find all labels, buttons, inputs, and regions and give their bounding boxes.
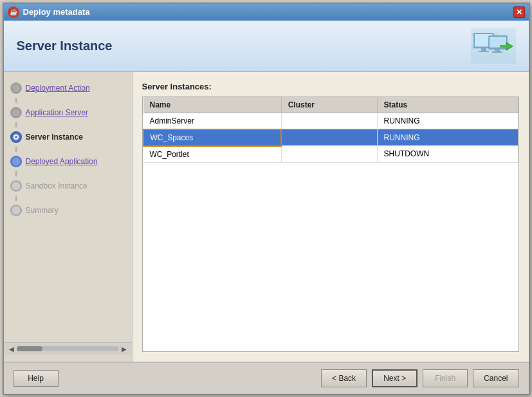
scroll-left-arrow[interactable]: ◀ bbox=[9, 346, 14, 353]
svg-point-18 bbox=[15, 136, 17, 138]
titlebar: ☕ Deploy metadata ✕ bbox=[4, 4, 529, 21]
header-panel: Server Instance 01010101010 10101010101 … bbox=[4, 21, 529, 72]
sidebar-label-sandbox-instance: Sandbox Instance bbox=[26, 181, 87, 190]
finish-button[interactable]: Finish bbox=[423, 369, 468, 387]
svg-rect-11 bbox=[492, 51, 502, 53]
svg-point-15 bbox=[12, 108, 21, 117]
cell-name: AdminServer bbox=[143, 113, 282, 129]
table-row-selected[interactable]: WC_Spaces RUNNING bbox=[143, 129, 518, 146]
sidebar-label-application-server: Application Server bbox=[26, 108, 88, 117]
sidebar-label-deployment-action: Deployment Action bbox=[26, 84, 90, 93]
sidebar-item-application-server[interactable]: Application Server bbox=[4, 103, 132, 122]
sidebar-label-summary: Summary bbox=[26, 206, 59, 215]
sidebar: Deployment Action Application Server bbox=[4, 72, 133, 362]
cell-status: SHUTDOWN bbox=[377, 146, 518, 163]
close-button[interactable]: ✕ bbox=[513, 6, 525, 18]
help-button[interactable]: Help bbox=[14, 370, 59, 387]
sidebar-label-deployed-application: Deployed Application bbox=[26, 157, 98, 166]
cell-status-selected: RUNNING bbox=[377, 129, 518, 146]
scroll-right-arrow[interactable]: ▶ bbox=[122, 346, 127, 353]
step-icon-summary bbox=[10, 205, 22, 216]
connector-2 bbox=[15, 122, 17, 127]
svg-point-20 bbox=[12, 181, 21, 190]
table-row[interactable]: AdminServer RUNNING bbox=[143, 113, 518, 129]
table-row[interactable]: WC_Portlet SHUTDOWN bbox=[143, 146, 518, 163]
col-header-name: Name bbox=[143, 97, 282, 113]
connector-1 bbox=[15, 98, 17, 103]
connector-3 bbox=[15, 147, 17, 152]
svg-rect-10 bbox=[495, 49, 500, 51]
bottom-right: < Back Next > Finish Cancel bbox=[321, 369, 518, 387]
svg-point-19 bbox=[12, 157, 21, 166]
sidebar-item-deployment-action[interactable]: Deployment Action bbox=[4, 78, 132, 98]
sidebar-item-deployed-application[interactable]: Deployed Application bbox=[4, 152, 132, 171]
main-window: ☕ Deploy metadata ✕ Server Instance 0101… bbox=[3, 3, 530, 395]
svg-rect-6 bbox=[481, 48, 486, 51]
cell-cluster bbox=[281, 146, 377, 163]
sidebar-item-summary: Summary bbox=[4, 201, 132, 220]
server-instances-table: Name Cluster Status AdminServer RUNNING … bbox=[143, 97, 518, 163]
svg-rect-7 bbox=[479, 51, 489, 52]
java-icon: ☕ bbox=[8, 6, 19, 18]
cancel-button[interactable]: Cancel bbox=[473, 369, 518, 387]
connector-4 bbox=[15, 171, 17, 176]
cell-cluster-selected bbox=[281, 129, 377, 146]
table-header-row: Name Cluster Status bbox=[143, 97, 518, 113]
titlebar-left: ☕ Deploy metadata bbox=[8, 6, 90, 18]
sidebar-scrollbar: ◀ ▶ bbox=[4, 342, 132, 355]
bottom-left: Help bbox=[14, 370, 59, 387]
header-title: Server Instance bbox=[17, 39, 113, 53]
next-button[interactable]: Next > bbox=[372, 369, 417, 387]
server-instances-table-container: Name Cluster Status AdminServer RUNNING … bbox=[142, 97, 519, 352]
step-icon-deployed-application bbox=[10, 156, 22, 167]
sidebar-item-sandbox-instance: Sandbox Instance bbox=[4, 176, 132, 196]
sidebar-label-server-instance: Server Instance bbox=[26, 133, 83, 142]
cell-name-selected: WC_Spaces bbox=[143, 129, 282, 146]
connector-5 bbox=[15, 196, 17, 201]
main-content: Deployment Action Application Server bbox=[4, 72, 529, 362]
step-icon-application-server bbox=[10, 107, 22, 118]
content-area: Server Instances: Name Cluster Status Ad… bbox=[133, 72, 529, 362]
svg-point-14 bbox=[12, 84, 21, 93]
cell-cluster bbox=[281, 113, 377, 129]
cell-status: RUNNING bbox=[377, 113, 518, 129]
bottom-bar: Help < Back Next > Finish Cancel bbox=[4, 362, 529, 394]
step-icon-sandbox-instance bbox=[10, 180, 22, 192]
section-title: Server Instances: bbox=[142, 82, 519, 91]
sidebar-item-server-instance[interactable]: Server Instance bbox=[4, 127, 132, 147]
step-icon-deployment-action bbox=[10, 82, 22, 94]
col-header-status: Status bbox=[377, 97, 518, 113]
cell-name: WC_Portlet bbox=[143, 146, 282, 163]
svg-rect-13 bbox=[500, 45, 508, 48]
col-header-cluster: Cluster bbox=[281, 97, 377, 113]
back-button[interactable]: < Back bbox=[321, 369, 367, 387]
window-title: Deploy metadata bbox=[23, 7, 90, 17]
monitor-icon: 01010101010 10101010101 01010101010 bbox=[471, 28, 516, 64]
svg-point-21 bbox=[12, 206, 21, 215]
step-icon-server-instance bbox=[10, 131, 22, 143]
